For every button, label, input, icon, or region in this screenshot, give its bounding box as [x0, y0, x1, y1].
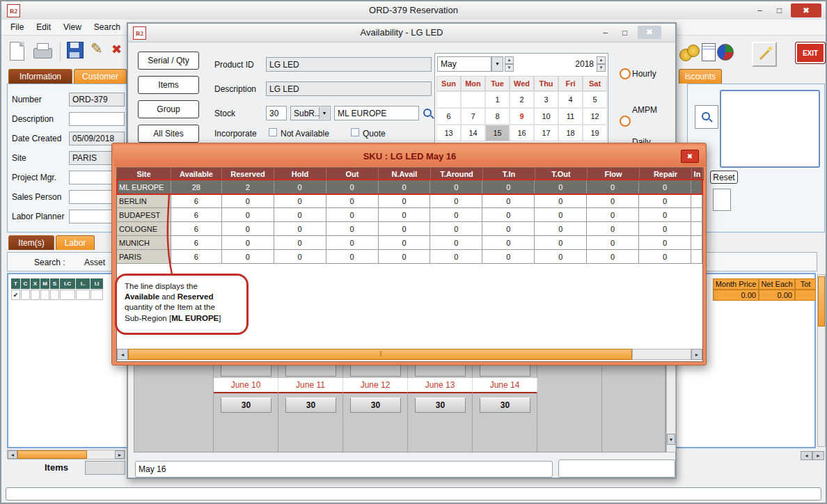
corner-scroll[interactable]: ◄ ►	[801, 451, 824, 460]
calendar-day-selected[interactable]: 15	[485, 125, 510, 141]
row-checkbox[interactable]	[40, 290, 49, 300]
close-icon[interactable]: ✖	[638, 26, 661, 39]
scroll-left-icon[interactable]: ◄	[8, 450, 17, 459]
scroll-left-icon[interactable]: ◄	[801, 451, 812, 460]
row-checkbox[interactable]	[76, 290, 90, 300]
year-value[interactable]: 2018	[546, 56, 594, 72]
product-id-field[interactable]: LG LED	[266, 57, 432, 72]
scrollbar-thumb[interactable]	[818, 276, 825, 326]
not-available-checkbox[interactable]	[269, 128, 277, 136]
search-type-value[interactable]: Asset	[84, 258, 105, 267]
spin-down-icon[interactable]: ▼	[597, 64, 606, 72]
calendar-day[interactable]: 4	[558, 91, 583, 108]
scrollbar-thumb[interactable]: ‖	[128, 349, 632, 360]
print-button[interactable]	[33, 40, 52, 58]
maximize-icon[interactable]: □	[770, 3, 789, 17]
hourly-radio[interactable]	[620, 68, 631, 79]
table-row[interactable]: MUNICH 6 0 0 0 0 0 0 0 0 0	[117, 236, 702, 250]
date-column-header[interactable]: June 11	[278, 378, 343, 393]
calendar-day[interactable]: 13	[436, 125, 461, 141]
minimize-icon[interactable]: –	[750, 3, 769, 17]
calendar-day[interactable]: 17	[534, 125, 558, 141]
scroll-down-icon[interactable]: ▼	[667, 434, 675, 445]
report-button[interactable]	[702, 43, 716, 61]
calendar-day-today[interactable]: 9	[510, 108, 534, 125]
table-row[interactable]: PARIS 6 0 0 0 0 0 0 0 0 0	[117, 250, 702, 264]
menu-edit[interactable]: Edit	[30, 19, 57, 35]
scroll-right-icon[interactable]: ►	[812, 451, 824, 460]
calendar-day[interactable]: 6	[436, 108, 461, 125]
availability-footer-field[interactable]: May 16	[135, 461, 553, 478]
tab-information[interactable]: Information	[8, 69, 72, 84]
date-column-header[interactable]: June 12	[343, 378, 408, 393]
calendar-day[interactable]: 7	[461, 108, 485, 125]
reset-button[interactable]: Reset	[710, 171, 738, 184]
minimize-icon[interactable]: –	[596, 26, 615, 40]
row-checkbox[interactable]	[60, 290, 75, 300]
customer-search-button[interactable]	[695, 105, 718, 129]
menu-view[interactable]: View	[57, 19, 88, 35]
row-checkbox[interactable]	[31, 290, 40, 300]
schedule-vscrollbar[interactable]: ▼	[666, 351, 676, 452]
edit-button[interactable]: ✎	[90, 40, 103, 57]
availability-cell-button[interactable]: 30	[480, 397, 530, 413]
serial-qty-button[interactable]: Serial / Qty	[138, 52, 199, 70]
scroll-left-icon[interactable]: ◄	[117, 349, 128, 360]
exit-button[interactable]: EXIT	[795, 42, 826, 64]
row-checkbox[interactable]	[50, 290, 59, 300]
maximize-icon[interactable]: □	[615, 26, 634, 40]
quote-checkbox[interactable]	[351, 128, 359, 136]
close-icon[interactable]: ✖	[791, 3, 821, 17]
chart-button[interactable]	[717, 44, 734, 61]
spin-up-icon[interactable]: ▲	[597, 56, 606, 64]
calendar-day[interactable]: 10	[534, 108, 558, 125]
stock-field[interactable]: 30	[266, 106, 287, 120]
table-row[interactable]: BUDAPEST 6 0 0 0 0 0 0 0 0 0	[117, 208, 702, 222]
calendar-day[interactable]: 11	[558, 108, 583, 125]
date-column-header[interactable]: June 13	[408, 378, 473, 393]
payments-button[interactable]	[679, 43, 700, 61]
date-column-header[interactable]: June 14	[473, 378, 537, 393]
ampm-radio[interactable]	[620, 116, 631, 127]
tab-customer[interactable]: Customer	[74, 69, 127, 84]
scroll-right-icon[interactable]: ►	[691, 349, 702, 360]
date-column-header[interactable]: June 10	[214, 378, 278, 393]
sku-hscrollbar[interactable]: ◄ ‖ ►	[117, 349, 702, 360]
calendar-day[interactable]	[461, 91, 485, 108]
row-checkbox[interactable]	[90, 290, 103, 300]
calendar-day[interactable]: 1	[485, 91, 510, 108]
av-description-field[interactable]: LG LED	[266, 81, 432, 96]
vertical-scrollbar[interactable]	[817, 274, 826, 447]
month-spinner[interactable]: ▲ ▼	[505, 56, 514, 72]
calendar-day[interactable]: 8	[485, 108, 510, 125]
tab-items[interactable]: Item(s)	[8, 235, 54, 250]
calendar-day[interactable]: 14	[461, 125, 485, 141]
all-sites-button[interactable]: All Sites	[138, 125, 199, 143]
new-document-button[interactable]	[10, 42, 24, 61]
tab-discounts[interactable]: iscounts	[679, 69, 722, 84]
close-icon[interactable]: ✖	[681, 150, 699, 163]
delete-button[interactable]: ✖	[111, 42, 122, 57]
wand-button[interactable]	[752, 42, 777, 67]
spin-down-icon[interactable]: ▼	[505, 64, 514, 72]
calendar-day[interactable]: 18	[558, 125, 583, 141]
availability-footer-box[interactable]	[558, 459, 675, 478]
month-select[interactable]: May	[437, 56, 491, 72]
availability-cell-button[interactable]: 30	[285, 397, 336, 413]
calendar-day[interactable]: 19	[583, 125, 607, 141]
spin-up-icon[interactable]: ▲	[505, 56, 514, 64]
calendar-day[interactable]: 12	[583, 108, 607, 125]
subregion-dropdown[interactable]: SubR... ▼	[290, 106, 331, 120]
calendar-day[interactable]	[436, 91, 461, 108]
chevron-down-icon[interactable]: ▼	[319, 107, 329, 119]
subregion-field[interactable]: ML EUROPE	[334, 106, 419, 120]
items-hscrollbar[interactable]: ◄ ►	[7, 450, 125, 459]
group-button[interactable]: Group	[138, 100, 199, 118]
items-button[interactable]: Items	[138, 76, 199, 94]
scrollbar-track[interactable]	[632, 349, 691, 360]
calendar-day[interactable]: 3	[534, 91, 558, 108]
save-button[interactable]	[67, 42, 84, 58]
subregion-search-button[interactable]	[421, 107, 435, 120]
scroll-right-icon[interactable]: ►	[115, 450, 125, 459]
calendar-day[interactable]: 5	[583, 91, 607, 108]
